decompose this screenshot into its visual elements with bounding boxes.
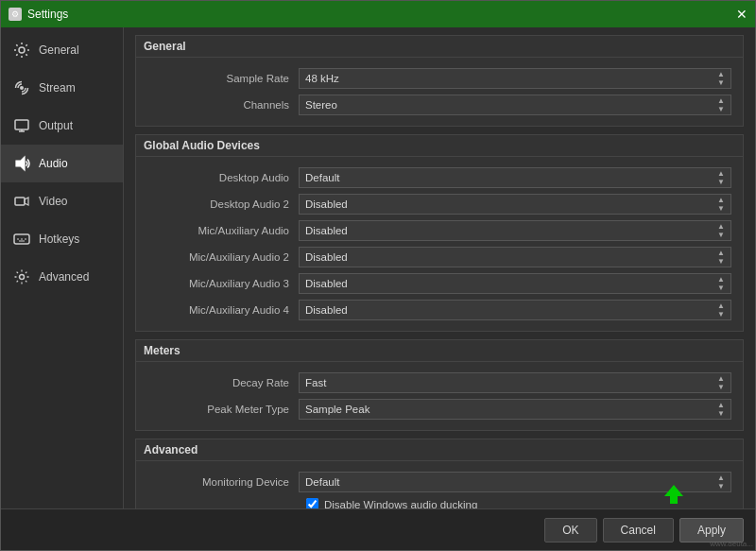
ok-button[interactable]: OK: [544, 518, 596, 542]
mic-aux-2-control[interactable]: Disabled ▲ ▼: [299, 247, 731, 267]
channels-spinner: ▲ ▼: [717, 97, 725, 112]
audio-icon: [12, 154, 31, 173]
sidebar-item-audio[interactable]: Audio: [1, 145, 123, 182]
decay-rate-value: Fast: [305, 377, 326, 388]
mic-aux-control[interactable]: Disabled ▲ ▼: [299, 220, 731, 241]
meters-section: Meters Decay Rate Fast ▲ ▼: [135, 339, 744, 431]
mic-aux-label: Mic/Auxiliary Audio: [147, 225, 299, 236]
footer: OK Cancel Apply www.deuta...: [1, 508, 755, 550]
titlebar: ⚙ Settings ✕: [1, 1, 755, 27]
advanced-icon: [12, 267, 31, 286]
channels-label: Channels: [147, 99, 299, 111]
ducking-label: Disable Windows audio ducking: [324, 499, 477, 509]
general-icon: [12, 41, 31, 60]
peak-meter-value: Sample Peak: [305, 404, 369, 415]
sample-rate-label: Sample Rate: [147, 73, 299, 84]
desktop-audio-row: Desktop Audio Default ▲ ▼: [136, 164, 743, 191]
sidebar-item-general[interactable]: General: [1, 31, 123, 69]
output-icon: [12, 116, 31, 135]
watermark: www.deuta...: [710, 540, 753, 548]
sidebar-label-audio: Audio: [39, 157, 68, 170]
global-audio-box: Desktop Audio Default ▲ ▼ Desktop Audio …: [135, 156, 744, 332]
desktop-audio-2-row: Desktop Audio 2 Disabled ▲ ▼: [136, 191, 743, 217]
sidebar-item-hotkeys[interactable]: Hotkeys: [1, 220, 123, 258]
mic-aux-2-row: Mic/Auxiliary Audio 2 Disabled ▲ ▼: [136, 244, 743, 270]
svg-point-1: [20, 86, 24, 90]
titlebar-left: ⚙ Settings: [9, 8, 68, 21]
advanced-section: Advanced Monitoring Device Default ▲ ▼: [135, 439, 744, 508]
general-section-box: Sample Rate 48 kHz ▲ ▼ Channels Stere: [135, 57, 744, 127]
advanced-box: Monitoring Device Default ▲ ▼ Disable Wi…: [135, 460, 744, 508]
close-button[interactable]: ✕: [736, 8, 747, 21]
monitoring-device-value: Default: [305, 476, 339, 488]
stream-icon: [12, 78, 31, 97]
desktop-audio-2-control[interactable]: Disabled ▲ ▼: [299, 194, 731, 215]
channels-row: Channels Stereo ▲ ▼: [136, 92, 743, 118]
sidebar-item-stream[interactable]: Stream: [1, 69, 123, 107]
mic-aux-4-value: Disabled: [305, 304, 348, 316]
sidebar-label-general: General: [39, 43, 79, 57]
mic-aux-4-row: Mic/Auxiliary Audio 4 Disabled ▲ ▼: [136, 297, 743, 323]
global-audio-title: Global Audio Devices: [135, 134, 744, 156]
sidebar-item-output[interactable]: Output: [1, 107, 123, 145]
sample-rate-control[interactable]: 48 kHz ▲ ▼: [299, 68, 731, 89]
meters-box: Decay Rate Fast ▲ ▼ Peak Meter Type S: [135, 361, 744, 431]
desktop-audio-2-value: Disabled: [305, 198, 348, 210]
spinner-up: ▲: [717, 71, 725, 78]
peak-meter-control[interactable]: Sample Peak ▲ ▼: [299, 399, 731, 420]
cancel-button[interactable]: Cancel: [603, 518, 674, 542]
global-audio-section: Global Audio Devices Desktop Audio Defau…: [135, 134, 744, 332]
sample-rate-spinner: ▲ ▼: [717, 71, 725, 86]
decay-rate-label: Decay Rate: [147, 377, 299, 388]
mic-aux-value: Disabled: [305, 225, 348, 236]
sidebar-item-video[interactable]: Video: [1, 182, 123, 220]
channels-value: Stereo: [305, 99, 337, 111]
sidebar-label-hotkeys: Hotkeys: [39, 232, 79, 246]
svg-rect-2: [15, 120, 28, 129]
mic-aux-4-control[interactable]: Disabled ▲ ▼: [299, 300, 731, 320]
sidebar-label-output: Output: [39, 119, 73, 132]
svg-point-13: [20, 275, 25, 280]
sample-rate-row: Sample Rate 48 kHz ▲ ▼: [136, 65, 743, 92]
svg-marker-7: [25, 198, 28, 205]
mic-aux-4-label: Mic/Auxiliary Audio 4: [147, 304, 299, 316]
channels-control[interactable]: Stereo ▲ ▼: [299, 95, 731, 115]
main-content: General Sample Rate 48 kHz ▲ ▼: [124, 27, 755, 508]
ducking-checkbox-row: Disable Windows audio ducking: [136, 495, 743, 508]
desktop-audio-control[interactable]: Default ▲ ▼: [299, 167, 731, 188]
decay-rate-control[interactable]: Fast ▲ ▼: [299, 372, 731, 393]
monitoring-device-label: Monitoring Device: [147, 476, 299, 488]
spinner-down: ▼: [717, 79, 725, 87]
mic-aux-3-control[interactable]: Disabled ▲ ▼: [299, 273, 731, 294]
window-title: Settings: [27, 8, 68, 21]
peak-meter-row: Peak Meter Type Sample Peak ▲ ▼: [136, 396, 743, 422]
ducking-checkbox[interactable]: [306, 498, 318, 508]
settings-window: ⚙ Settings ✕ General: [0, 0, 756, 551]
svg-point-0: [19, 47, 25, 53]
sidebar-item-advanced[interactable]: Advanced: [1, 258, 123, 296]
mic-aux-3-label: Mic/Auxiliary Audio 3: [147, 278, 299, 289]
desktop-audio-label: Desktop Audio: [147, 172, 299, 183]
mic-aux-3-row: Mic/Auxiliary Audio 3 Disabled ▲ ▼: [136, 270, 743, 297]
monitoring-device-row: Monitoring Device Default ▲ ▼: [136, 469, 743, 495]
peak-meter-label: Peak Meter Type: [147, 404, 299, 415]
mic-aux-row: Mic/Auxiliary Audio Disabled ▲ ▼: [136, 217, 743, 244]
svg-marker-5: [16, 157, 25, 170]
decay-rate-row: Decay Rate Fast ▲ ▼: [136, 370, 743, 396]
general-section: General Sample Rate 48 kHz ▲ ▼: [135, 35, 744, 127]
mic-aux-3-value: Disabled: [305, 278, 348, 289]
green-arrow-indicator: [661, 481, 687, 510]
hotkeys-icon: [12, 230, 31, 249]
sidebar: General Stream: [1, 27, 124, 508]
sidebar-label-stream: Stream: [39, 81, 76, 95]
sidebar-label-advanced: Advanced: [39, 270, 89, 284]
advanced-title: Advanced: [135, 439, 744, 460]
content-area: General Stream: [1, 27, 755, 508]
sample-rate-value: 48 kHz: [305, 73, 339, 84]
apply-button[interactable]: Apply: [679, 518, 744, 542]
general-section-title: General: [135, 35, 744, 57]
desktop-audio-value: Default: [305, 172, 339, 183]
svg-marker-14: [664, 485, 683, 504]
video-icon: [12, 192, 31, 211]
svg-rect-6: [15, 198, 25, 205]
